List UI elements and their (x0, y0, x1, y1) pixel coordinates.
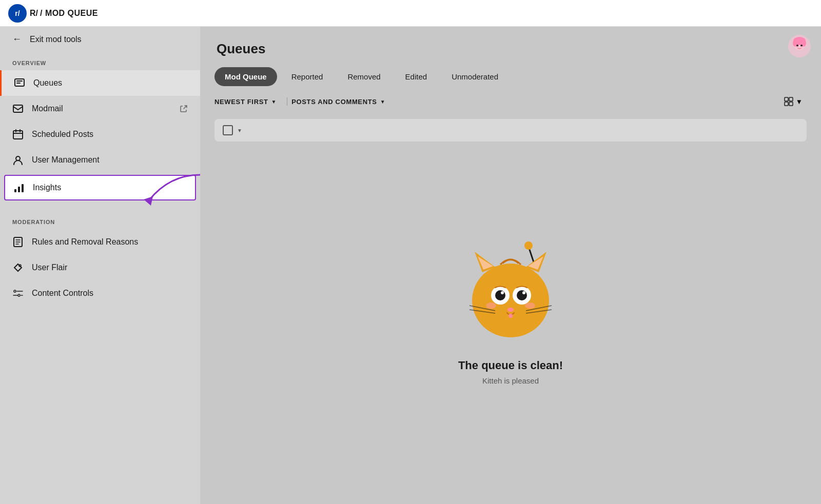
rules-label: Rules and Removal Reasons (32, 237, 138, 247)
scheduled-posts-label: Scheduled Posts (32, 130, 93, 139)
overview-section-label: OVERVIEW (0, 52, 200, 70)
controls-icon (12, 288, 24, 299)
view-chevron-icon: ▼ (796, 98, 803, 106)
external-link-icon (180, 105, 188, 113)
select-all-checkbox[interactable] (223, 125, 233, 135)
insights-label: Insights (33, 183, 61, 192)
tabs-row: Mod Queue Reported Removed Edited Unmode… (200, 67, 821, 94)
insights-icon (13, 182, 25, 193)
content-area: Queues Mod Queue Reported Removed Edited… (200, 27, 821, 504)
queues-label: Queues (33, 78, 62, 88)
sidebar-item-content-controls[interactable]: Content Controls (0, 280, 200, 306)
svg-point-41 (525, 303, 535, 309)
svg-point-42 (507, 308, 514, 312)
flair-icon (12, 262, 24, 273)
type-chevron-icon: ▼ (380, 99, 386, 105)
modmail-icon (12, 103, 24, 114)
sidebar-item-user-flair[interactable]: User Flair (0, 255, 200, 280)
svg-rect-3 (13, 105, 23, 112)
empty-state: The queue is clean! Kitteh is pleased (200, 146, 821, 504)
back-arrow-icon: ← (12, 34, 22, 45)
user-flair-label: User Flair (32, 263, 67, 272)
queues-icon (14, 77, 25, 89)
filter-row: NEWEST FIRST ▼ POSTS AND COMMENTS ▼ ▼ (200, 94, 821, 115)
svg-point-5 (16, 156, 20, 160)
type-filter-button[interactable]: POSTS AND COMMENTS ▼ (291, 95, 392, 109)
svg-point-37 (517, 290, 527, 300)
svg-point-22 (800, 46, 803, 49)
sort-chevron-icon: ▼ (271, 99, 277, 105)
queues-title: Queues (200, 27, 821, 67)
main-layout: ← Exit mod tools OVERVIEW Queues (0, 27, 821, 504)
svg-point-43 (509, 314, 513, 318)
cat-illustration (454, 234, 567, 347)
svg-point-38 (501, 291, 504, 294)
svg-rect-2 (16, 83, 21, 84)
sidebar-item-user-management[interactable]: User Management (0, 147, 200, 173)
select-checkbox-chevron-icon[interactable]: ▼ (237, 128, 242, 133)
empty-title: The queue is clean! (458, 359, 563, 372)
user-avatar[interactable] (788, 35, 811, 57)
tab-mod-queue[interactable]: Mod Queue (214, 67, 277, 86)
svg-point-40 (486, 303, 496, 309)
exit-label: Exit mod tools (30, 35, 81, 44)
svg-point-36 (495, 290, 505, 300)
scheduled-icon (12, 129, 24, 140)
svg-point-29 (472, 264, 549, 337)
select-all-container: ▼ (214, 119, 807, 142)
svg-point-12 (14, 290, 16, 292)
user-management-label: User Management (32, 155, 100, 165)
svg-point-28 (524, 241, 533, 250)
topbar: r/ R/ / MOD QUEUE (0, 0, 821, 27)
sidebar-item-rules[interactable]: Rules and Removal Reasons (0, 229, 200, 255)
svg-rect-1 (16, 80, 23, 82)
empty-subtitle: Kitteh is pleased (482, 376, 539, 385)
svg-rect-8 (22, 184, 24, 192)
svg-rect-23 (785, 97, 788, 101)
svg-point-21 (796, 46, 799, 49)
sidebar-item-queues[interactable]: Queues (0, 70, 200, 96)
sidebar: ← Exit mod tools OVERVIEW Queues (0, 27, 200, 504)
subreddit-label: R/ (30, 9, 38, 18)
sidebar-item-scheduled-posts[interactable]: Scheduled Posts (0, 122, 200, 147)
checkbox-row: ▼ (200, 115, 821, 146)
svg-rect-26 (789, 102, 793, 106)
modmail-label: Modmail (32, 104, 63, 113)
svg-point-13 (18, 294, 20, 296)
content-controls-label: Content Controls (32, 289, 93, 298)
svg-rect-24 (789, 97, 793, 101)
tab-reported[interactable]: Reported (281, 67, 334, 86)
sidebar-item-insights[interactable]: Insights (4, 175, 196, 200)
type-filter-label: POSTS AND COMMENTS (291, 98, 377, 106)
view-toggle-button[interactable]: ▼ (779, 94, 807, 109)
sort-filter-label: NEWEST FIRST (214, 98, 268, 106)
page-title: / MOD QUEUE (40, 9, 98, 18)
tab-removed[interactable]: Removed (337, 67, 390, 86)
tab-unmoderated[interactable]: Unmoderated (441, 67, 509, 86)
moderation-section-label: MODERATION (0, 211, 200, 229)
exit-mod-tools-button[interactable]: ← Exit mod tools (0, 27, 200, 52)
sort-filter-button[interactable]: NEWEST FIRST ▼ (214, 95, 283, 109)
svg-point-39 (522, 291, 525, 294)
svg-rect-6 (14, 189, 16, 192)
sidebar-item-modmail[interactable]: Modmail (0, 96, 200, 122)
reddit-logo[interactable]: r/ (8, 4, 27, 23)
svg-rect-4 (13, 131, 23, 139)
svg-rect-7 (18, 187, 20, 192)
filter-divider (287, 97, 287, 106)
tab-edited[interactable]: Edited (395, 67, 438, 86)
svg-rect-25 (785, 102, 788, 106)
view-layout-icon (784, 96, 794, 107)
user-management-icon (12, 154, 24, 166)
rules-icon (12, 236, 24, 248)
